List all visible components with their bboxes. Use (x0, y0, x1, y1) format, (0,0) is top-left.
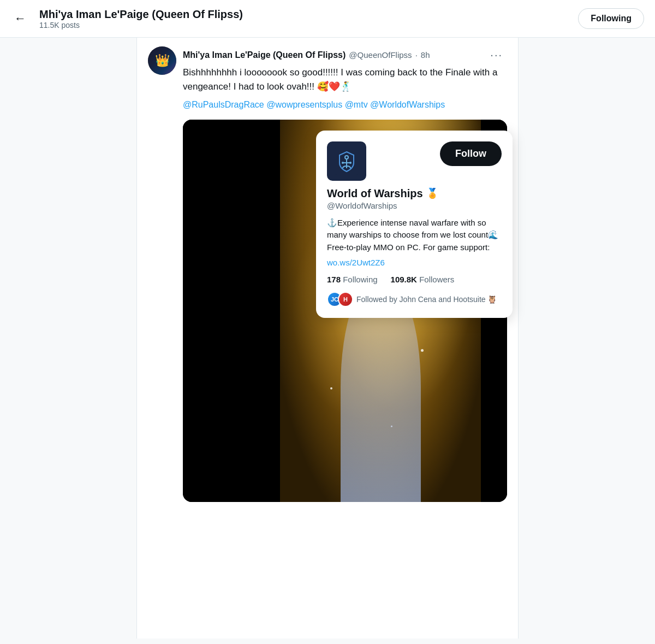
followers-count: 109.8K (391, 275, 417, 284)
avatar[interactable]: 👑 (148, 46, 176, 75)
anchor-icon (333, 147, 360, 175)
followers-label: Followers (419, 275, 454, 284)
sparkle-4 (421, 349, 424, 352)
main-content: 👑 Mhi'ya Iman Le'Paige (Queen Of Flipss)… (136, 38, 519, 639)
tweet-time: 8h (421, 50, 430, 60)
hover-card-top: Follow (327, 141, 502, 181)
tweet: 👑 Mhi'ya Iman Le'Paige (Queen Of Flipss)… (137, 38, 518, 511)
tweet-header: Mhi'ya Iman Le'Paige (Queen Of Flipss) @… (183, 46, 507, 63)
page-header: ← Mhi'ya Iman Le'Paige (Queen Of Flipss)… (0, 0, 655, 38)
tweet-separator: · (415, 50, 418, 60)
following-button[interactable]: Following (578, 8, 644, 29)
wow-hover-card: Follow World of Warships 🏅 @WorldofWarsh… (316, 131, 513, 318)
back-button[interactable]: ← (11, 8, 29, 29)
sparkle-5 (330, 387, 332, 389)
verified-badge: 🏅 (426, 187, 438, 199)
mention-wowpresentsplus[interactable]: @wowpresentsplus (266, 100, 342, 109)
follow-button[interactable]: Follow (440, 141, 502, 166)
following-stat[interactable]: 178 Following (327, 275, 378, 284)
tweet-text: Bishhhhhhhh i loooooook so good!!!!!! I … (183, 66, 507, 93)
tweet-meta: Mhi'ya Iman Le'Paige (Queen Of Flipss) @… (183, 50, 430, 60)
more-options-button[interactable]: ··· (486, 46, 507, 63)
image-left (183, 120, 280, 502)
followers-stat[interactable]: 109.8K Followers (391, 275, 455, 284)
avatar-image: 👑 (148, 46, 176, 75)
tweet-body: Mhi'ya Iman Le'Paige (Queen Of Flipss) @… (183, 46, 507, 502)
followed-by: JC H Followed by John Cena and Hootsuite… (327, 292, 502, 307)
tweet-image-container: Follow World of Warships 🏅 @WorldofWarsh… (183, 120, 507, 502)
wow-link[interactable]: wo.ws/2Uwt2Z6 (327, 258, 502, 267)
page-title: Mhi'ya Iman Le'Paige (Queen Of Flipss) (39, 8, 243, 21)
follower-avatars: JC H (327, 292, 349, 307)
mention-rupaulsdragrace[interactable]: @RuPaulsDragRace (183, 100, 264, 109)
followed-by-text: Followed by John Cena and Hootsuite 🦉 (356, 295, 497, 304)
tweet-handle: @QueenOfFlipss (349, 50, 412, 60)
wow-account-name: World of Warships (327, 187, 423, 200)
follower-avatar-2: H (338, 292, 353, 307)
mention-mtv[interactable]: @mtv (345, 100, 368, 109)
tweet-mentions: @RuPaulsDragRace @wowpresentsplus @mtv @… (183, 98, 507, 112)
wow-name-row: World of Warships 🏅 (327, 187, 502, 200)
header-left: ← Mhi'ya Iman Le'Paige (Queen Of Flipss)… (11, 8, 243, 29)
wow-stats: 178 Following 109.8K Followers (327, 275, 502, 284)
following-label: Following (343, 275, 377, 284)
svg-point-5 (349, 162, 352, 164)
wow-avatar[interactable] (327, 141, 366, 181)
wow-bio: ⚓Experience intense naval warfare with s… (327, 217, 502, 254)
posts-count: 11.5K posts (39, 21, 243, 29)
following-count: 178 (327, 275, 341, 284)
tweet-author[interactable]: Mhi'ya Iman Le'Paige (Queen Of Flipss) (183, 50, 346, 60)
svg-point-4 (342, 162, 344, 164)
mention-worldofwarships[interactable]: @WorldofWarships (370, 100, 445, 109)
wow-handle[interactable]: @WorldofWarships (327, 201, 502, 210)
header-title-block: Mhi'ya Iman Le'Paige (Queen Of Flipss) 1… (39, 8, 243, 29)
